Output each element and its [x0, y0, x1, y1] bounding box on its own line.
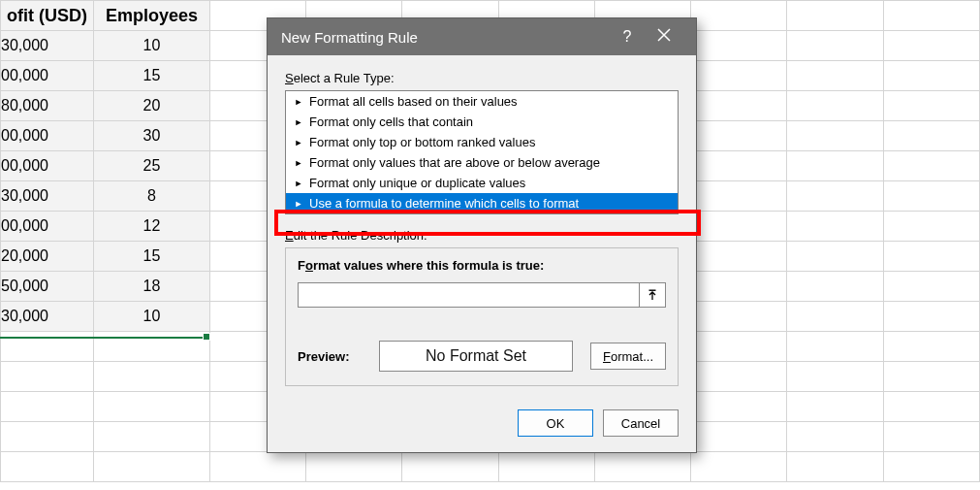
- cell[interactable]: [883, 212, 979, 242]
- cell[interactable]: [883, 422, 979, 452]
- cell[interactable]: [883, 151, 979, 181]
- cell[interactable]: [691, 1, 787, 31]
- cell[interactable]: [787, 332, 883, 362]
- cell[interactable]: [94, 392, 210, 422]
- cell[interactable]: [94, 362, 210, 392]
- cell[interactable]: 00,000: [1, 212, 94, 242]
- cell[interactable]: 12: [94, 212, 210, 242]
- cell[interactable]: [883, 31, 979, 61]
- formula-input[interactable]: [298, 282, 639, 308]
- close-icon[interactable]: [646, 28, 682, 46]
- cell[interactable]: [691, 61, 787, 91]
- cell[interactable]: [691, 181, 787, 212]
- cell[interactable]: [94, 452, 210, 482]
- cell[interactable]: [787, 242, 883, 272]
- cell[interactable]: [787, 91, 883, 121]
- cell[interactable]: [594, 452, 690, 482]
- rule-type-item[interactable]: ►Format only top or bottom ranked values: [286, 132, 678, 152]
- cell[interactable]: [787, 272, 883, 302]
- cell[interactable]: [787, 121, 883, 151]
- cell[interactable]: 50,000: [1, 272, 94, 302]
- cell[interactable]: [883, 272, 979, 302]
- cell[interactable]: 18: [94, 272, 210, 302]
- cell[interactable]: [787, 31, 883, 61]
- cell[interactable]: [883, 392, 979, 422]
- cell[interactable]: 80,000: [1, 91, 94, 121]
- dialog-titlebar[interactable]: New Formatting Rule ?: [268, 18, 696, 55]
- cell[interactable]: [787, 1, 883, 31]
- cell[interactable]: [691, 91, 787, 121]
- cell[interactable]: [691, 212, 787, 242]
- collapse-dialog-icon[interactable]: [639, 282, 666, 308]
- cell[interactable]: [691, 362, 787, 392]
- cell[interactable]: [883, 302, 979, 332]
- rule-type-list[interactable]: ►Format all cells based on their values►…: [285, 90, 679, 214]
- rule-type-item[interactable]: ►Format only unique or duplicate values: [286, 173, 678, 193]
- cell[interactable]: [787, 181, 883, 212]
- cell[interactable]: ofit (USD): [1, 1, 94, 31]
- rule-type-item[interactable]: ►Format only cells that contain: [286, 112, 678, 132]
- cell[interactable]: 00,000: [1, 151, 94, 181]
- cell[interactable]: [691, 422, 787, 452]
- cell[interactable]: 10: [94, 31, 210, 61]
- cell[interactable]: [691, 302, 787, 332]
- cell[interactable]: [1, 452, 94, 482]
- cell[interactable]: [883, 332, 979, 362]
- cell[interactable]: 30,000: [1, 31, 94, 61]
- cell[interactable]: [883, 181, 979, 212]
- cell[interactable]: [1, 362, 94, 392]
- cell[interactable]: 8: [94, 181, 210, 212]
- cell[interactable]: [94, 422, 210, 452]
- cell[interactable]: [787, 212, 883, 242]
- cell[interactable]: [691, 151, 787, 181]
- cell[interactable]: 30: [94, 121, 210, 151]
- cell[interactable]: [691, 392, 787, 422]
- cell[interactable]: Employees: [94, 1, 210, 31]
- cell[interactable]: [883, 61, 979, 91]
- cell[interactable]: [1, 332, 94, 362]
- cell[interactable]: [402, 452, 498, 482]
- cell[interactable]: [787, 362, 883, 392]
- cell[interactable]: [787, 392, 883, 422]
- ok-button[interactable]: OK: [518, 409, 593, 437]
- cell[interactable]: 15: [94, 61, 210, 91]
- cell[interactable]: [883, 452, 979, 482]
- cell[interactable]: [209, 452, 305, 482]
- rule-type-item[interactable]: ►Format only values that are above or be…: [286, 152, 678, 173]
- cell[interactable]: [94, 332, 210, 362]
- cell[interactable]: [883, 242, 979, 272]
- cell[interactable]: [787, 302, 883, 332]
- cell[interactable]: [498, 452, 594, 482]
- cell[interactable]: 30,000: [1, 181, 94, 212]
- cell[interactable]: [883, 1, 979, 31]
- cell[interactable]: 00,000: [1, 61, 94, 91]
- cell[interactable]: [787, 422, 883, 452]
- cell[interactable]: 20,000: [1, 242, 94, 272]
- cell[interactable]: [691, 332, 787, 362]
- cell[interactable]: [883, 362, 979, 392]
- cell[interactable]: 00,000: [1, 121, 94, 151]
- cell[interactable]: [691, 272, 787, 302]
- cancel-button[interactable]: Cancel: [603, 409, 679, 437]
- cell[interactable]: 25: [94, 151, 210, 181]
- cell[interactable]: [787, 61, 883, 91]
- cell[interactable]: 20: [94, 91, 210, 121]
- cell[interactable]: [1, 392, 94, 422]
- cell[interactable]: 10: [94, 302, 210, 332]
- cell[interactable]: [787, 452, 883, 482]
- cell[interactable]: [1, 422, 94, 452]
- cell[interactable]: [691, 31, 787, 61]
- cell[interactable]: 15: [94, 242, 210, 272]
- rule-type-item[interactable]: ►Use a formula to determine which cells …: [286, 193, 678, 213]
- help-icon[interactable]: ?: [609, 28, 646, 46]
- cell[interactable]: [691, 452, 787, 482]
- cell[interactable]: [883, 121, 979, 151]
- cell[interactable]: [883, 91, 979, 121]
- cell[interactable]: [787, 151, 883, 181]
- cell[interactable]: [306, 452, 402, 482]
- rule-type-item[interactable]: ►Format all cells based on their values: [286, 91, 678, 112]
- cell[interactable]: [691, 242, 787, 272]
- cell[interactable]: [691, 121, 787, 151]
- format-button[interactable]: Format...: [590, 343, 666, 370]
- cell[interactable]: 30,000: [1, 302, 94, 332]
